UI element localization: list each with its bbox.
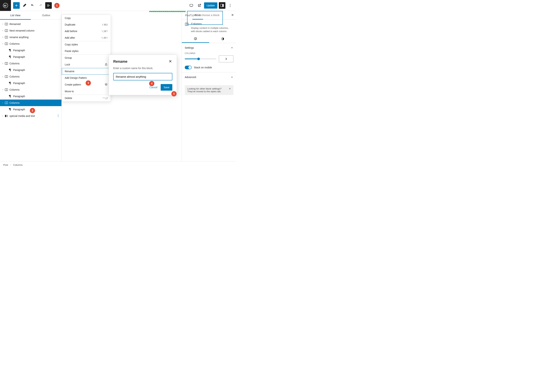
columns-icon [4,75,8,78]
ctx-delete[interactable]: Delete^⌥Z [62,95,111,101]
chevron-right-icon[interactable] [1,102,4,104]
para-icon [8,94,12,98]
ctx-group[interactable]: Group [62,55,111,61]
list-item-label: Renamed [9,23,21,26]
preview-desktop-button[interactable] [188,2,195,9]
list-item[interactable]: Paragraph [0,80,62,86]
list-item[interactable]: Next renamed column [0,27,62,34]
list-item[interactable]: Columns [0,60,62,67]
para-icon [8,81,12,85]
breadcrumb-post[interactable]: Post [3,164,8,166]
chevron-right-icon[interactable] [1,115,4,117]
chevron-right-icon[interactable] [1,36,4,38]
list-item[interactable]: Columns [0,86,62,93]
list-item-label: Paragraph [13,56,25,58]
modal-title: Rename [113,59,127,64]
modal-close-button[interactable] [168,59,172,64]
section-advanced-toggle[interactable]: Advanced [185,75,233,80]
empty-block-placeholder[interactable]: Type / to choose a block [187,11,223,25]
columns-icon [4,35,8,39]
list-item-label: Columns [9,88,20,91]
list-item-label: Columns [9,75,20,78]
columns-icon [4,42,8,46]
list-item[interactable]: Columns [0,73,62,80]
save-button[interactable]: Save [161,84,172,91]
ctx-rename[interactable]: Rename [62,68,111,75]
options-menu-button[interactable] [227,2,233,9]
list-item-label: Columns [9,101,20,104]
ctx-copy-styles[interactable]: Copy styles [62,41,111,48]
image-block-edge [149,11,186,12]
chevron-right-icon[interactable] [1,63,4,64]
list-item[interactable]: rename anything [0,34,62,41]
chevron-right-icon[interactable] [1,76,4,77]
columns-count-label: COLUMNS [185,52,233,54]
list-item[interactable]: Paragraph [0,93,62,99]
annotation-4: 4 [149,81,154,86]
svg-point-4 [230,4,230,5]
list-item-label: Paragraph [13,49,25,52]
document-overview-button[interactable] [45,2,52,9]
lock-icon [105,63,108,66]
columns-icon [4,22,8,26]
list-item[interactable]: Renamed [0,21,62,27]
chevron-right-icon[interactable] [1,43,4,45]
media-icon [4,114,8,118]
list-item[interactable]: Paragraph [0,47,62,54]
cancel-button[interactable]: Cancel [149,86,157,89]
undo-button[interactable] [29,2,36,9]
list-item[interactable]: Paragraph [0,67,62,73]
pattern-icon [105,83,108,86]
block-context-menu: Copy Duplicate⇧⌘D Add before⌥⌘T Add afte… [62,14,111,102]
ctx-add-before[interactable]: Add before⌥⌘T [62,28,111,35]
list-item[interactable]: Columns [0,41,62,47]
ctx-copy[interactable]: Copy [62,15,111,21]
list-item-options-button[interactable] [56,114,60,118]
ctx-add-after[interactable]: Add after⌥⌘Y [62,35,111,41]
ctx-duplicate[interactable]: Duplicate⇧⌘D [62,21,111,28]
update-button[interactable]: Update [204,2,217,9]
ctx-lock[interactable]: Lock [62,61,111,68]
wp-logo[interactable] [0,0,11,11]
settings-panel-toggle[interactable] [219,2,226,9]
subtab-settings[interactable] [182,35,209,43]
modal-description: Enter a custom name for this block. [113,67,172,70]
chevron-up-icon [231,46,233,49]
columns-slider[interactable] [185,58,216,59]
tab-outline[interactable]: Outline [31,11,62,20]
rename-modal: Rename Enter a custom name for this bloc… [109,55,177,95]
columns-icon [4,101,8,105]
tab-list-view[interactable]: List View [0,11,31,20]
subtab-styles[interactable] [209,35,237,43]
view-external-button[interactable] [196,2,203,9]
svg-point-27 [58,114,58,115]
breadcrumb-columns[interactable]: Columns [13,164,22,166]
svg-rect-1 [190,4,193,6]
list-item-label: Next renamed column [9,29,35,32]
para-icon [8,108,12,111]
columns-number-input[interactable] [219,56,233,62]
dismiss-tip-button[interactable]: ✕ [229,87,231,93]
list-item[interactable]: Paragraph [0,54,62,60]
redo-button [37,2,44,9]
svg-point-28 [58,115,58,116]
list-item[interactable]: Columns [0,99,62,106]
ctx-paste-styles[interactable]: Paste styles [62,48,111,54]
section-settings-toggle[interactable]: Settings [185,45,233,50]
chevron-right-icon[interactable] [1,89,4,91]
ctx-add-design-pattern[interactable]: Add Design Pattern [62,75,111,81]
chevron-right-icon[interactable] [1,23,4,25]
columns-icon [4,88,8,91]
columns-icon [4,62,8,65]
stack-on-mobile-toggle[interactable] [185,66,192,69]
close-sidebar-button[interactable] [230,12,235,18]
chevron-right-icon[interactable] [1,30,4,32]
ctx-move-to[interactable]: Move to [62,88,111,95]
rename-input[interactable] [113,73,172,80]
list-item[interactable]: special media and text [0,113,62,119]
chevron-down-icon [231,76,233,79]
select-tool-button[interactable] [21,2,28,9]
add-block-button[interactable] [13,2,20,9]
columns-icon [4,29,8,32]
svg-rect-3 [222,4,223,7]
